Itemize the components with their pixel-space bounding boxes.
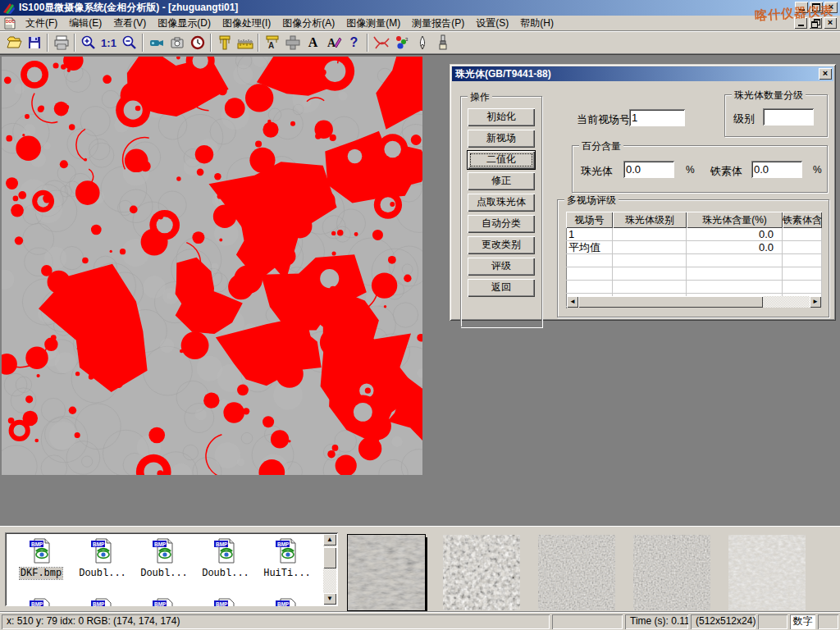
timer-button[interactable] [187,33,208,52]
thumbnail-1[interactable] [348,535,425,610]
new-field-button[interactable]: 新视场 [468,130,535,148]
toolbar-separator [47,34,48,52]
bmp-file-icon: BMP [29,536,53,564]
menu-help[interactable]: 帮助(H) [514,16,559,31]
thumbnail-3[interactable] [538,535,615,610]
scroll-thumb[interactable] [578,296,763,308]
menu-image-analysis[interactable]: 图像分析(A) [276,16,340,31]
table-hscrollbar[interactable]: ◄ ► [567,296,821,308]
menu-image-measure[interactable]: 图像测量(M) [340,16,406,31]
video-capture-button[interactable] [146,33,167,52]
return-button[interactable]: 返回 [468,279,535,297]
file-item-partial[interactable]: BMP [73,596,132,606]
save-button[interactable] [24,33,44,52]
ruler-button[interactable] [235,33,255,52]
scroll-up-arrow[interactable]: ▲ [323,534,336,546]
menu-image-display[interactable]: 图像显示(D) [152,16,217,31]
print-button[interactable] [51,33,71,52]
file-name[interactable]: HuiTi... [262,568,312,579]
current-field-input[interactable] [629,109,685,126]
scroll-right-arrow[interactable]: ► [810,296,821,308]
marker-tool-button[interactable]: 3 [391,33,412,52]
mdi-minimize-button[interactable] [794,17,807,29]
binarize-button[interactable]: 二值化 [468,151,535,169]
file-item-partial[interactable]: BMP [258,596,317,606]
file-name[interactable]: Doubl... [78,568,127,579]
col-field-no[interactable]: 视场号 [566,212,613,228]
status-empty-panel [758,614,788,629]
scroll-thumb[interactable] [323,547,336,568]
text-tool-button[interactable]: A [303,33,323,52]
scroll-track[interactable] [578,296,810,308]
open-button[interactable] [3,33,24,52]
pick-pearlite-button[interactable]: 点取珠光体 [468,194,535,212]
file-item[interactable]: BMP Doubl... [73,536,132,579]
camera-icon [169,34,185,51]
menu-edit[interactable]: 编辑(E) [63,16,107,31]
dialog-close-button[interactable]: × [819,68,832,80]
change-class-button[interactable]: 更改类别 [468,236,535,254]
thumbnail-2[interactable] [443,535,520,610]
mdi-restore-button[interactable] [809,17,822,29]
file-list[interactable]: BMP DKF.bmp BMP Doubl... BMP [5,532,338,606]
correct-button[interactable]: 修正 [468,172,535,190]
ferrite-percent-input[interactable] [751,161,802,178]
multifield-group-label: 多视场评级 [564,194,619,208]
pen-tool-button[interactable] [412,33,432,52]
file-item-partial[interactable]: BMP [196,596,255,606]
menu-file[interactable]: 文件(F) [20,16,63,31]
metallographic-image[interactable] [2,57,422,475]
brush-tool-button[interactable] [432,33,453,52]
auto-classify-button[interactable]: 自动分类 [468,215,535,233]
file-item[interactable]: BMP HuiTi... [258,536,317,579]
file-item-partial[interactable]: BMP [11,596,71,606]
svg-text:BMP: BMP [216,601,228,607]
file-item[interactable]: BMP Doubl... [196,536,255,579]
file-item[interactable]: BMP Doubl... [135,536,194,579]
zoom-in-button[interactable] [78,33,98,52]
file-name-selected[interactable]: DKF.bmp [20,568,62,579]
grid-tool-button[interactable] [282,33,303,52]
rating-table[interactable]: 视场号 珠光体级别 珠光体含量(%) 铁素体含量(%) 1 0.0 平均值 0.… [566,212,822,308]
col-pearlite-grade[interactable]: 珠光体级别 [613,212,687,228]
svg-text:DOC: DOC [6,19,16,24]
grade-label: 级别 [733,112,755,126]
minimize-button[interactable] [795,2,808,13]
file-item[interactable]: BMP DKF.bmp [11,536,71,579]
curve-tool-button[interactable] [371,33,391,52]
grade-input[interactable] [763,108,814,126]
file-item-partial[interactable]: BMP [135,596,194,606]
menu-settings[interactable]: 设置(S) [470,16,514,31]
percent-group: 百分含量 珠光体 % 铁素体 % [572,145,828,193]
toolbar-separator [74,34,75,52]
zoom-out-button[interactable] [119,33,139,52]
actual-size-button[interactable]: 1:1 [98,33,119,52]
help-button[interactable]: ? [344,33,364,52]
caliper-measure-button[interactable] [214,33,235,52]
rate-button[interactable]: 评级 [468,258,535,276]
annotate-tool-button[interactable]: A [323,33,344,52]
pearlite-percent-input[interactable] [623,161,674,178]
file-name[interactable]: Doubl... [139,568,189,579]
scroll-down-arrow[interactable]: ▼ [323,593,336,605]
file-name[interactable]: Doubl... [201,568,250,579]
thumbnail-5[interactable] [728,535,806,610]
measure-label-button[interactable]: A [262,33,282,52]
menu-view[interactable]: 查看(V) [107,16,152,31]
snapshot-button[interactable] [167,33,187,52]
status-time: Time (s): 0.113 [625,614,688,629]
col-pearlite-content[interactable]: 珠光体含量(%) [687,212,783,228]
toolbar-separator [367,34,368,52]
col-ferrite-content[interactable]: 铁素体含量(%) [783,212,822,228]
thumbnail-4[interactable] [633,535,710,610]
table-row: 平均值 0.0 [566,241,822,254]
filelist-vscrollbar[interactable]: ▲ ▼ [323,534,336,605]
dialog-title-bar[interactable]: 珠光体(GB/T9441-88) × [452,66,833,81]
init-button[interactable]: 初始化 [468,108,535,126]
close-button[interactable]: × [824,2,838,13]
menu-measure-report[interactable]: 测量报告(P) [406,16,470,31]
scroll-left-arrow[interactable]: ◄ [567,296,578,308]
menu-image-processing[interactable]: 图像处理(I) [217,16,276,31]
mdi-close-button[interactable]: × [824,17,837,29]
maximize-button[interactable] [810,2,823,13]
